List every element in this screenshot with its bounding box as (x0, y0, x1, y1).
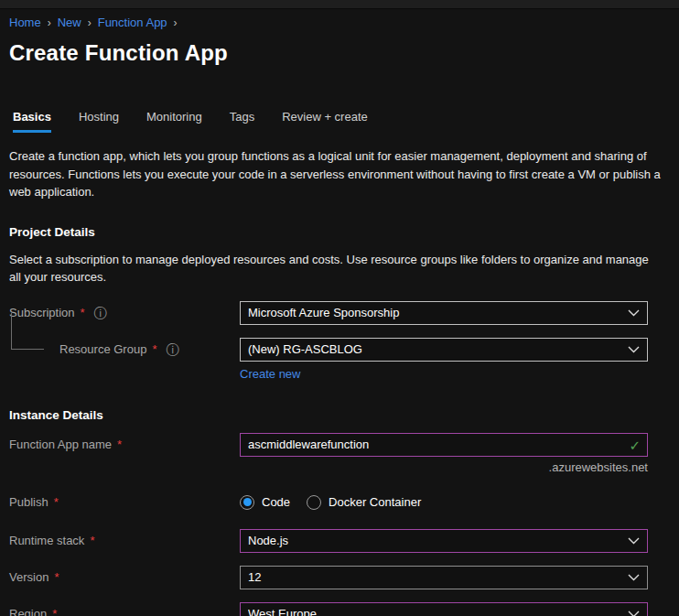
version-label: Version* (9, 570, 240, 584)
chevron-down-icon (628, 611, 640, 616)
region-label-text: Region (9, 607, 47, 616)
publish-code-radio[interactable]: Code (240, 495, 290, 510)
version-dropdown[interactable]: 12 (240, 566, 648, 589)
chevron-down-icon (628, 574, 640, 581)
required-marker: * (117, 438, 122, 451)
breadcrumb-separator-icon: › (174, 16, 178, 29)
resource-group-label: Resource Group* ⓘ (9, 342, 240, 356)
info-icon[interactable]: ⓘ (166, 343, 178, 356)
domain-suffix-row: .azurewebsites.net (9, 460, 670, 474)
resource-group-dropdown[interactable]: (New) RG-ASCBLOG (240, 338, 648, 362)
runtime-stack-value: Node.js (248, 534, 622, 547)
resource-group-label-text: Resource Group (59, 342, 146, 356)
required-marker: * (81, 306, 85, 319)
tab-monitoring[interactable]: Monitoring (146, 110, 202, 133)
runtime-stack-label-text: Runtime stack (9, 534, 84, 547)
breadcrumb-function-app-link[interactable]: Function App (98, 16, 167, 29)
tab-basics[interactable]: Basics (13, 110, 51, 133)
subscription-label: Subscription* ⓘ (9, 306, 240, 319)
breadcrumb-separator-icon: › (88, 16, 92, 29)
radio-unselected-icon (307, 495, 321, 510)
required-marker: * (54, 495, 59, 509)
region-row: Region* West Europe (9, 602, 670, 616)
instance-details-heading: Instance Details (9, 408, 670, 422)
version-label-text: Version (9, 570, 48, 584)
function-app-name-input[interactable] (240, 433, 648, 457)
resource-group-row: Resource Group* ⓘ (New) RG-ASCBLOG (9, 338, 670, 362)
breadcrumb-separator-icon: › (48, 16, 51, 29)
publish-docker-radio[interactable]: Docker Container (307, 495, 421, 510)
create-new-row: Create new (9, 367, 670, 381)
publish-docker-label: Docker Container (329, 495, 421, 509)
resource-group-value: (New) RG-ASCBLOG (248, 342, 622, 356)
version-row: Version* 12 (9, 566, 670, 589)
breadcrumb-home-link[interactable]: Home (9, 16, 41, 29)
function-app-name-label-text: Function App name (9, 438, 112, 451)
runtime-stack-row: Runtime stack* Node.js (9, 529, 670, 553)
function-app-name-row: Function App name* ✓ (9, 433, 670, 457)
region-value: West Europe (248, 607, 622, 616)
runtime-stack-label: Runtime stack* (9, 534, 240, 547)
project-details-form: Subscription* ⓘ Microsoft Azure Sponsors… (9, 301, 670, 381)
tab-bar: Basics Hosting Monitoring Tags Review + … (13, 110, 670, 133)
runtime-stack-dropdown[interactable]: Node.js (240, 529, 648, 553)
tab-tags[interactable]: Tags (230, 110, 254, 133)
project-details-description: Select a subscription to manage deployed… (9, 251, 650, 286)
window-top-bar (0, 0, 679, 9)
region-dropdown[interactable]: West Europe (240, 602, 648, 616)
intro-description: Create a function app, which lets you gr… (9, 147, 670, 201)
tab-hosting[interactable]: Hosting (79, 110, 119, 133)
subscription-label-text: Subscription (9, 306, 75, 319)
required-marker: * (152, 342, 156, 356)
required-marker: * (90, 534, 94, 547)
publish-row: Publish* Code Docker Container (9, 491, 670, 514)
required-marker: * (54, 570, 59, 584)
info-icon[interactable]: ⓘ (94, 307, 107, 319)
publish-label: Publish* (9, 495, 240, 509)
publish-label-text: Publish (9, 495, 48, 509)
domain-suffix: .azurewebsites.net (240, 460, 648, 474)
function-app-name-label: Function App name* (9, 438, 240, 451)
region-label: Region* (9, 607, 240, 616)
instance-details-form: Function App name* ✓ .azurewebsites.net … (9, 433, 670, 616)
subscription-dropdown[interactable]: Microsoft Azure Sponsorship (240, 301, 648, 325)
version-value: 12 (248, 570, 622, 584)
chevron-down-icon (628, 537, 640, 545)
publish-radio-group: Code Docker Container (240, 491, 648, 514)
project-details-heading: Project Details (9, 225, 670, 239)
subscription-value: Microsoft Azure Sponsorship (248, 306, 622, 319)
breadcrumb-new-link[interactable]: New (58, 16, 81, 29)
page-title: Create Function App (9, 40, 670, 66)
publish-code-label: Code (262, 495, 290, 509)
create-function-app-page: Home › New › Function App › Create Funct… (0, 16, 679, 616)
create-new-link[interactable]: Create new (240, 367, 300, 381)
radio-selected-icon (240, 495, 254, 510)
breadcrumb: Home › New › Function App › (9, 16, 670, 29)
chevron-down-icon (628, 309, 640, 317)
subscription-row: Subscription* ⓘ Microsoft Azure Sponsors… (9, 301, 670, 325)
tab-review-create[interactable]: Review + create (282, 110, 368, 133)
required-marker: * (52, 607, 57, 616)
chevron-down-icon (628, 346, 640, 353)
